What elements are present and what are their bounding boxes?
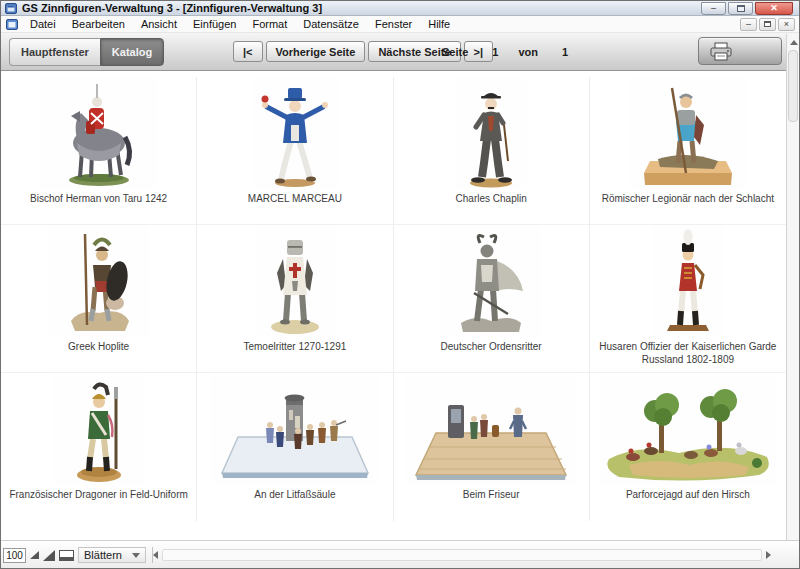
mdi-restore-icon (764, 21, 771, 27)
restore-icon (737, 5, 745, 12)
catalog-grid: Bischof Herman von Taru 1242 MARCEL MARC… (1, 72, 786, 521)
page-total: 1 (562, 46, 568, 58)
menu-einfuegen[interactable]: Einfügen (185, 17, 244, 31)
mdi-close-button[interactable]: × (778, 18, 795, 31)
catalog-item[interactable]: Römischer Legionär nach der Schlacht (590, 77, 786, 225)
mime-figure (252, 77, 338, 189)
greek-hoplite-figure (49, 225, 149, 337)
catalog-page: Bischof Herman von Taru 1242 MARCEL MARC… (1, 72, 786, 540)
window-title: GS Zinnfiguren-Verwaltung 3 - [Zinnfigur… (22, 2, 322, 15)
menu-datensaetze[interactable]: Datensätze (295, 17, 367, 31)
roman-legionary-figure (629, 77, 747, 189)
menu-hilfe[interactable]: Hilfe (420, 17, 458, 31)
figure-caption: Charles Chaplin (456, 192, 527, 205)
figure-caption: Temoelritter 1270-1291 (243, 340, 346, 353)
teutonic-knight-figure (441, 225, 541, 337)
menu-bearbeiten[interactable]: Bearbeiten (64, 17, 133, 31)
figure-caption: MARCEL MARCEAU (248, 192, 342, 205)
tab-katalog[interactable]: Katalog (100, 38, 164, 66)
zoom-in-icon[interactable] (43, 550, 55, 561)
page-label: Seite (442, 46, 468, 58)
horizontal-scrollbar[interactable] (149, 548, 775, 562)
minimize-button[interactable]: – (701, 2, 726, 15)
horizontal-scrollbar-track[interactable] (162, 549, 762, 561)
menu-ansicht[interactable]: Ansicht (133, 17, 185, 31)
status-area-toggle-icon[interactable] (59, 550, 74, 561)
menu-format[interactable]: Format (244, 17, 295, 31)
catalog-item[interactable]: Parforcejagd auf den Hirsch (590, 373, 786, 521)
vertical-scrollbar-thumb[interactable] (788, 50, 798, 122)
catalog-item[interactable]: Französischer Dragoner in Feld-Uniform (1, 373, 197, 521)
chevron-up-icon (790, 40, 798, 45)
figure-caption: Deutscher Ordensritter (441, 340, 542, 353)
menu-fenster[interactable]: Fenster (367, 17, 420, 31)
mode-label: Blättern (84, 549, 122, 561)
menu-datei[interactable]: Datei (22, 17, 64, 31)
zoom-level-box[interactable]: 100 (3, 548, 26, 563)
figure-caption: Bischof Herman von Taru 1242 (30, 192, 167, 205)
layout-tabs: Hauptfenster Katalog (9, 38, 164, 66)
figure-caption: Beim Friseur (463, 488, 520, 501)
mdi-minimize-button[interactable]: – (740, 18, 757, 31)
figure-caption: An der Litfaßsäule (254, 488, 335, 501)
app-icon (5, 3, 17, 14)
mdi-document-icon (6, 19, 18, 30)
templar-knight-figure (255, 225, 335, 337)
close-button[interactable]: ✕ (755, 2, 793, 15)
chevron-left-icon (153, 551, 158, 559)
mode-dropdown[interactable]: Blättern (78, 547, 146, 563)
page-of-label: von (518, 46, 538, 58)
figure-caption: Husaren Offizier der Kaiserlichen Garde … (595, 340, 781, 366)
figure-caption: Parforcejagd auf den Hirsch (626, 488, 750, 501)
restore-button[interactable] (728, 2, 753, 15)
status-bar: 100 Blättern (1, 540, 799, 568)
catalog-item[interactable]: MARCEL MARCEAU (197, 77, 393, 225)
page-indicator: Seite 1 von 1 (442, 46, 588, 58)
page-current: 1 (492, 46, 498, 58)
catalog-item[interactable]: Temoelritter 1270-1291 (197, 225, 393, 373)
mdi-restore-button[interactable] (759, 18, 776, 31)
status-controls: 100 Blättern (3, 547, 153, 563)
scroll-up-button[interactable] (787, 36, 800, 49)
previous-page-button[interactable]: Vorherige Seite (266, 41, 366, 62)
caret-down-icon (132, 553, 140, 558)
first-page-button[interactable]: |< (233, 41, 263, 62)
catalog-item[interactable]: Charles Chaplin (394, 77, 590, 225)
menu-bar: Datei Bearbeiten Ansicht Einfügen Format… (1, 16, 799, 33)
app-window: GS Zinnfiguren-Verwaltung 3 - [Zinnfigur… (0, 0, 800, 569)
mdi-minimize-icon: – (746, 20, 751, 29)
toolbar: Hauptfenster Katalog |< Vorherige Seite … (1, 33, 799, 71)
title-bar: GS Zinnfiguren-Verwaltung 3 - [Zinnfigur… (1, 1, 799, 16)
figure-caption: Greek Hoplite (68, 340, 129, 353)
catalog-item[interactable]: Greek Hoplite (1, 225, 197, 373)
figure-caption: Französischer Dragoner in Feld-Uniform (9, 488, 187, 501)
hussar-officer-figure (652, 225, 724, 337)
print-button[interactable] (698, 37, 782, 65)
litfass-diorama-figure (210, 373, 380, 485)
catalog-item[interactable]: Deutscher Ordensritter (394, 225, 590, 373)
barber-diorama-figure (406, 373, 576, 485)
scroll-left-button[interactable] (149, 549, 162, 562)
minimize-icon: – (711, 4, 716, 13)
figure-caption: Römischer Legionär nach der Schlacht (602, 192, 774, 205)
hunt-diorama-figure (599, 373, 777, 485)
mdi-close-icon: × (784, 20, 789, 29)
tab-hauptfenster[interactable]: Hauptfenster (9, 38, 100, 66)
scroll-right-button[interactable] (762, 549, 775, 562)
catalog-item[interactable]: Bischof Herman von Taru 1242 (1, 77, 197, 225)
french-dragoon-figure (54, 373, 144, 485)
catalog-item[interactable]: Beim Friseur (394, 373, 590, 521)
vertical-scrollbar[interactable] (786, 34, 799, 556)
zoom-out-icon[interactable] (30, 551, 39, 559)
catalog-item[interactable]: An der Litfaßsäule (197, 373, 393, 521)
chaplin-figure (455, 77, 527, 189)
chevron-right-icon (766, 551, 771, 559)
close-icon: ✕ (770, 4, 778, 13)
printer-icon (708, 42, 734, 61)
catalog-item[interactable]: Husaren Offizier der Kaiserlichen Garde … (590, 225, 786, 373)
mounted-knight-figure (40, 77, 158, 189)
